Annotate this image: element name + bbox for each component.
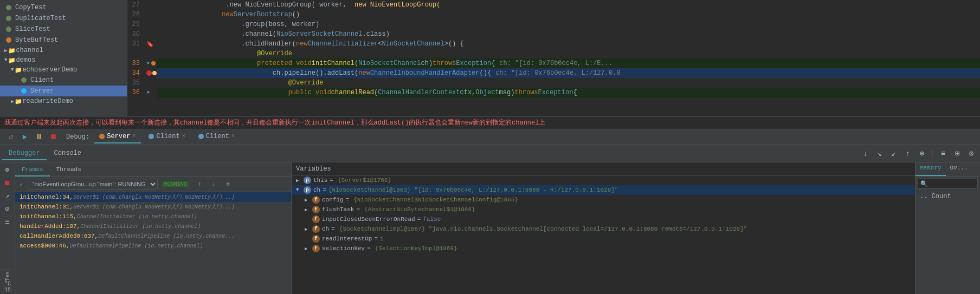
folder-icon: 📁 — [8, 47, 16, 54]
debug-panel: ↺ ▶ ⏸ ⏹ Debug: Server × Client × Client … — [0, 129, 980, 294]
layout-btn[interactable]: ⊞ — [951, 147, 964, 160]
tree-item-echoserverdemo[interactable]: ▼ 📁 echoserverDemo — [0, 65, 127, 75]
thread-down-btn[interactable]: ↓ — [208, 178, 221, 191]
var-item-inputclosed[interactable]: f inputClosedSeenErrorOnRead = false — [292, 214, 915, 224]
file-icon — [4, 36, 13, 44]
line-num-34: 34 — [127, 68, 143, 78]
debug-arrow-icon-36: ➤ — [146, 88, 151, 97]
code-line-33: protected void initChannel (NioSocketCha… — [157, 58, 980, 68]
var-icon-p: p — [304, 177, 311, 184]
variables-panel: ▼ p ch = {NioSocketChannel@1804} "[id: 0… — [292, 162, 915, 294]
folder-icon: 📁 — [15, 98, 22, 105]
var-item-selectionkey[interactable]: ▶ f selectionKey = {SelectionKeyImpl@186… — [292, 244, 915, 253]
server-tab-close[interactable]: × — [132, 133, 136, 139]
pause-btn[interactable]: ⏸ — [33, 130, 46, 143]
expand-icon: ▶ — [296, 178, 304, 184]
bottom-left-labels: Tes "C 15 — [0, 270, 15, 294]
frame-item-4[interactable]: callHandlerAdded0:637, DefaultChannelPip… — [15, 231, 291, 241]
tree-item-slicetest[interactable]: SliceTest — [0, 24, 127, 35]
frame-item-1[interactable]: initChannel:31, Server$1 (com.changlu.No… — [15, 202, 291, 212]
expand-icon: ▼ — [296, 187, 304, 193]
action-btn-1[interactable]: ⊕ — [2, 165, 13, 175]
tree-item-duplicatetest[interactable]: DuplicateTest — [0, 13, 127, 24]
action-btn-3[interactable]: ↗ — [2, 191, 13, 201]
right-panel-tabs: Memory Ov... — [915, 162, 980, 177]
bottom-label-c[interactable]: "C — [4, 281, 11, 287]
code-line-27: .new NioEventLoopGroup( worker, new NioE… — [157, 0, 980, 10]
right-search-input[interactable] — [918, 179, 978, 188]
line-num-27: 27 — [127, 0, 143, 10]
debugger-subtab[interactable]: Debugger — [2, 147, 47, 160]
debug-tab-client1[interactable]: Client × — [143, 130, 190, 143]
run-to-cursor-btn[interactable]: ⊕ — [915, 147, 929, 160]
debug-toolbar: Debugger Console ↓ ↘ ↙ ↑ ⊕ | ≡ ⊞ ⚙ — [0, 145, 980, 162]
gutter-30 — [146, 29, 157, 39]
bottom-label-15[interactable]: 15 — [4, 287, 11, 293]
server-tab-icon — [99, 134, 105, 139]
var-item-this[interactable]: ▶ p this = {Server$1@1768} — [292, 175, 915, 185]
thread-dropdown[interactable]: "nioEventLoopGrou...up "main": RUNNING — [28, 179, 158, 190]
expand-icon: ▶ — [305, 207, 312, 213]
client2-tab-icon — [198, 134, 204, 139]
rerun-btn[interactable]: ↺ — [4, 130, 17, 143]
resume-btn[interactable]: ▶ — [18, 130, 31, 143]
gutter-blank — [146, 49, 157, 58]
action-btn-2[interactable]: ⏹ — [2, 178, 13, 188]
var-item-readinterest[interactable]: f readInterestOp = 1 — [292, 234, 915, 244]
debug-body: ⊕ ⏹ ↗ ⊙ ☰ Frames Threads ✓ "nioEventLoop… — [0, 162, 980, 294]
var-item-flushtask[interactable]: ▶ f flushTask = {AbstractNioBytechannel$… — [292, 205, 915, 214]
no-expand — [305, 236, 312, 241]
file-icon — [4, 25, 13, 34]
frame-item-5[interactable]: access$000:46, DefaultChannelPipeline (i… — [15, 241, 291, 251]
var-item-ch[interactable]: ▼ p ch = {NioSocketChannel@1863} "[id: 0… — [292, 185, 915, 195]
debug-label: Debug: — [66, 133, 89, 141]
code-line-30: .channel(NioServerSocketChannel.class) — [157, 29, 980, 39]
tree-item-copytest[interactable]: CopyTest — [0, 2, 127, 13]
step-into-btn[interactable]: ↘ — [873, 147, 886, 160]
gutter-29 — [146, 19, 157, 29]
show-frames-btn[interactable]: ≡ — [937, 147, 950, 160]
frames-tab[interactable]: Frames — [15, 162, 50, 177]
line-numbers: 27 28 29 30 31 33 34 35 36 — [127, 0, 146, 116]
frame-item-3[interactable]: handlerAdded:107, ChannelInitializer (io… — [15, 221, 291, 231]
ov-tab[interactable]: Ov... — [946, 162, 972, 176]
client2-tab-close[interactable]: × — [231, 133, 235, 139]
debug-tab-server[interactable]: Server × — [94, 130, 141, 143]
line-num-33: 33 — [127, 58, 143, 68]
arrow-down-icon: ▼ — [11, 67, 14, 73]
step-back-btn[interactable]: ↑ — [901, 147, 914, 160]
expand-icon: ▶ — [305, 226, 312, 232]
var-icon-p2: p — [304, 186, 311, 194]
frame-item-0[interactable]: initChannel:34, Server$1 (com.changlu.No… — [15, 192, 291, 202]
var-icon-f: f — [312, 196, 320, 204]
tree-item-bytebuftest[interactable]: ByteBufTest — [0, 35, 127, 45]
breakpoint-marker-33 — [151, 61, 156, 66]
frames-subtabs: Frames Threads — [15, 162, 291, 177]
expand-icon: ▶ — [305, 197, 312, 203]
count-label: .. Count — [915, 191, 980, 202]
tree-item-channel[interactable]: ▶ 📁 channel — [0, 45, 127, 55]
tree-item-client[interactable]: Client — [0, 75, 127, 86]
step-out-btn[interactable]: ↙ — [887, 147, 900, 160]
frame-item-2[interactable]: initChannel:115, ChannelInitializer (io.… — [15, 212, 291, 221]
bottom-label-tes[interactable]: Tes — [5, 271, 11, 281]
tree-item-readwritedemo[interactable]: ▶ 📁 readwriteDemo — [0, 96, 127, 106]
var-item-config[interactable]: ▶ f config = {NioSocketChannel$NioSocket… — [292, 195, 915, 205]
frames-panel: Frames Threads ✓ "nioEventLoopGrou...up … — [15, 162, 292, 294]
client1-tab-close[interactable]: × — [182, 133, 185, 139]
settings-btn[interactable]: ⚙ — [965, 147, 978, 160]
memory-tab[interactable]: Memory — [915, 162, 946, 176]
step-over-btn[interactable]: ↓ — [859, 147, 872, 160]
tree-item-server[interactable]: Server — [0, 86, 127, 96]
console-subtab[interactable]: Console — [48, 147, 88, 160]
action-btn-4[interactable]: ⊙ — [2, 204, 13, 214]
stop-btn[interactable]: ⏹ — [47, 130, 60, 143]
tree-item-demos[interactable]: ▼ 📁 demos — [0, 55, 127, 65]
var-item-ch-child[interactable]: ▶ f ch = {SocketChannelImpl@1867} "java.… — [292, 224, 915, 234]
thread-filter-btn[interactable]: ⊕ — [222, 178, 235, 191]
action-btn-5[interactable]: ☰ — [2, 217, 13, 227]
threads-tab[interactable]: Threads — [50, 162, 88, 177]
debug-tab-client2[interactable]: Client × — [193, 130, 240, 143]
thread-up-btn[interactable]: ↑ — [194, 178, 207, 191]
thread-selector: ✓ "nioEventLoopGrou...up "main": RUNNING… — [15, 177, 291, 192]
